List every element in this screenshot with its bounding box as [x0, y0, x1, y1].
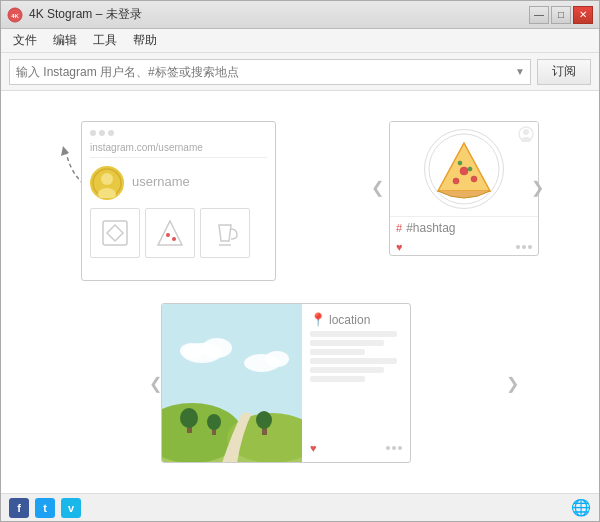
search-bar: ▼ 订阅 — [1, 53, 599, 91]
app-icon: 4K — [7, 7, 23, 23]
location-nav-right[interactable]: ❯ — [506, 374, 519, 393]
svg-point-26 — [180, 343, 204, 359]
heart-icon: ♥ — [396, 241, 403, 253]
facebook-icon[interactable]: f — [9, 498, 29, 518]
location-heart-icon: ♥ — [310, 442, 317, 454]
dot-sm-3 — [528, 245, 532, 249]
location-lines — [310, 331, 402, 438]
svg-marker-7 — [107, 225, 123, 241]
twitter-icon[interactable]: t — [35, 498, 55, 518]
menu-tools[interactable]: 工具 — [85, 30, 125, 51]
title-bar: 4K 4K Stogram – 未登录 — □ ✕ — [1, 1, 599, 29]
dot2 — [99, 130, 105, 136]
hashtag-nav-left[interactable]: ❮ — [371, 178, 384, 197]
loc-dot-1 — [386, 446, 390, 450]
menu-help[interactable]: 帮助 — [125, 30, 165, 51]
loc-line-2 — [310, 340, 384, 346]
globe-icon[interactable]: 🌐 — [571, 498, 591, 517]
svg-point-9 — [172, 237, 176, 241]
hashtag-image — [390, 122, 538, 217]
svg-point-12 — [523, 129, 529, 135]
dot-sm-2 — [522, 245, 526, 249]
minimize-button[interactable]: — — [529, 6, 549, 24]
dot-sm-1 — [516, 245, 520, 249]
hashtag-nav-right[interactable]: ❯ — [531, 178, 544, 197]
loc-line-1 — [310, 331, 397, 337]
thumb-3 — [200, 208, 250, 258]
svg-marker-2 — [61, 146, 69, 156]
svg-point-17 — [471, 176, 477, 182]
location-card: 📍 location ♥ — [161, 303, 411, 463]
svg-point-16 — [453, 178, 459, 184]
hashtag-card: # #hashtag ♥ — [389, 121, 539, 256]
hashtag-footer: ♥ — [390, 239, 538, 255]
menu-bar: 文件 编辑 工具 帮助 — [1, 29, 599, 53]
window-title: 4K Stogram – 未登录 — [29, 6, 142, 23]
loc-line-5 — [310, 367, 384, 373]
svg-point-13 — [521, 137, 531, 142]
title-bar-left: 4K 4K Stogram – 未登录 — [7, 6, 142, 23]
card-dots — [90, 130, 267, 136]
loc-line-4 — [310, 358, 397, 364]
card-thumbnails — [90, 208, 267, 258]
location-footer: ♥ — [310, 442, 402, 454]
thumb-2 — [145, 208, 195, 258]
location-image — [162, 304, 302, 462]
search-input[interactable] — [16, 65, 524, 79]
svg-point-18 — [458, 161, 462, 165]
search-dropdown-button[interactable]: ▼ — [510, 60, 530, 84]
location-dots — [386, 446, 402, 450]
username-card: instagram.com/username username — [81, 121, 276, 281]
close-button[interactable]: ✕ — [573, 6, 593, 24]
menu-file[interactable]: 文件 — [5, 30, 45, 51]
card-url: instagram.com/username — [90, 142, 267, 158]
search-input-wrapper[interactable]: ▼ — [9, 59, 531, 85]
status-bar: f t v 🌐 — [1, 493, 599, 521]
social-icons: f t v — [9, 498, 81, 518]
svg-point-34 — [256, 411, 272, 429]
menu-edit[interactable]: 编辑 — [45, 30, 85, 51]
svg-point-19 — [468, 167, 472, 171]
svg-point-15 — [460, 167, 468, 175]
svg-point-30 — [180, 408, 198, 428]
username-label: username — [132, 174, 267, 189]
maximize-button[interactable]: □ — [551, 6, 571, 24]
loc-dot-2 — [392, 446, 396, 450]
dot3 — [108, 130, 114, 136]
subscribe-button[interactable]: 订阅 — [537, 59, 591, 85]
vimeo-icon[interactable]: v — [61, 498, 81, 518]
dot1 — [90, 130, 96, 136]
svg-point-4 — [101, 173, 113, 185]
loc-dot-3 — [398, 446, 402, 450]
svg-text:4K: 4K — [11, 13, 19, 19]
hashtag-dots — [516, 245, 532, 249]
location-header: 📍 location — [310, 312, 402, 327]
svg-point-25 — [202, 338, 232, 358]
svg-point-8 — [166, 233, 170, 237]
svg-point-28 — [265, 351, 289, 367]
title-buttons: — □ ✕ — [529, 6, 593, 24]
pizza-circle — [424, 129, 504, 209]
main-window: 4K 4K Stogram – 未登录 — □ ✕ 文件 编辑 工具 帮助 ▼ … — [0, 0, 600, 522]
main-content: instagram.com/username username — [1, 91, 599, 493]
hashtag-label: # #hashtag — [390, 217, 538, 239]
location-nav-left[interactable]: ❮ — [149, 374, 162, 393]
location-content: 📍 location ♥ — [302, 304, 410, 462]
avatar — [90, 166, 124, 200]
loc-line-6 — [310, 376, 365, 382]
loc-line-3 — [310, 349, 365, 355]
card-profile: username — [90, 166, 267, 200]
svg-point-32 — [207, 414, 221, 430]
thumb-1 — [90, 208, 140, 258]
